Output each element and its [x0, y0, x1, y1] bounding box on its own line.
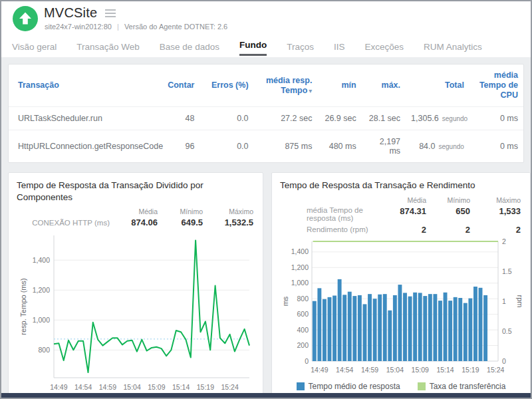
throughput-chart-card: Tempo de Resposta da Transação e Rendime… [271, 172, 531, 393]
cpu-value: 0 ms [469, 107, 523, 130]
svg-text:14:59: 14:59 [361, 366, 378, 374]
chart-legend: Tempo médio de resposta Taxa de transfer… [280, 382, 522, 391]
tab-tracos[interactable]: Traços [287, 42, 314, 56]
hamburger-menu-icon[interactable] [105, 9, 116, 17]
col-max[interactable]: máx. [362, 65, 406, 107]
svg-text:0.5: 0.5 [502, 327, 512, 334]
bar-series-swatch [297, 382, 305, 390]
svg-text:resp. Tempo (ms): resp. Tempo (ms) [19, 278, 27, 334]
stat-media: 874.06 [111, 216, 159, 229]
svg-text:0: 0 [502, 356, 506, 364]
svg-text:600: 600 [297, 310, 309, 318]
svg-text:1,000: 1,000 [33, 316, 50, 324]
svg-text:800: 800 [38, 346, 50, 354]
svg-text:15:04: 15:04 [386, 366, 404, 374]
series-label-conexao-http[interactable]: CONEXÃO HTTP (ms) [17, 217, 111, 228]
subtitle-separator: | [117, 23, 119, 31]
cpu-value: 0 ms [469, 130, 523, 163]
stat-minimo: 650 [428, 205, 471, 223]
svg-text:15:14: 15:14 [436, 366, 454, 374]
stat-header-maximo: Máximo [204, 205, 255, 216]
stat-maximo: 1,533 [471, 205, 522, 223]
svg-text:200: 200 [297, 341, 309, 349]
svg-text:15:19: 15:19 [462, 366, 479, 374]
tab-bar: Visão geral Transação Web Base de dados … [12, 39, 525, 56]
stat-minimo: 649.5 [159, 216, 204, 229]
tab-fundo[interactable]: Fundo [239, 40, 267, 56]
response-time-line-chart: 8001,0001,2001,40014:4914:5414:5915:0415… [17, 229, 255, 393]
component-response-chart-card: Tempo de Resposta da Transação Dividido … [8, 172, 263, 393]
chart-title: Tempo de Resposta da Transação e Rendime… [280, 180, 522, 192]
app-header: MVCSite site24x7-win2012:80 | Versão do … [1, 1, 531, 36]
svg-text:2: 2 [502, 237, 506, 245]
table-row[interactable]: HttpURLConnection.getResponseCode 96 0.0… [9, 130, 523, 163]
legend-item-response-time[interactable]: Tempo médio de resposta [297, 382, 400, 391]
svg-text:14:49: 14:49 [50, 383, 67, 391]
tab-rum-analytics[interactable]: RUM Analytics [424, 42, 482, 56]
table-row[interactable]: URLTaskScheduler.run 48 0.0 27.2 sec 26.… [9, 107, 523, 130]
total-unit: segundo [439, 143, 464, 150]
tab-iis[interactable]: IIS [334, 42, 345, 56]
col-total[interactable]: Total [406, 65, 469, 107]
svg-text:1.5: 1.5 [502, 267, 512, 275]
series-label-resposta[interactable]: média Tempo de resposta (ms) [280, 205, 374, 223]
tab-visao-geral[interactable]: Visão geral [12, 42, 57, 56]
col-erros[interactable]: Erros (%) [200, 65, 253, 107]
svg-text:15:24: 15:24 [487, 366, 504, 374]
svg-text:15:04: 15:04 [123, 383, 140, 391]
svg-text:15:09: 15:09 [148, 383, 165, 391]
throughput-bar-chart: 02004006008001,0001,2001,40000.511.5214:… [280, 236, 522, 377]
min-value: 480 ms [317, 130, 361, 163]
stat-maximo: 2 [471, 223, 522, 236]
svg-text:1,000: 1,000 [291, 279, 309, 287]
avg-resp-value: 27.2 sec [254, 107, 318, 130]
stat-header-media: Média [111, 205, 159, 216]
errors-value: 0.0 [200, 107, 253, 130]
svg-text:1,400: 1,400 [33, 256, 50, 264]
chart-stats: Média Mínimo Máximo CONEXÃO HTTP (ms) 87… [17, 205, 255, 229]
col-min[interactable]: mín [317, 65, 361, 107]
col-media-resp-tempo[interactable]: média resp. Tempo▾ [254, 65, 318, 107]
col-contar[interactable]: Contar [156, 65, 200, 107]
charts-row: Tempo de Resposta da Transação Dividido … [8, 172, 524, 393]
svg-text:1,200: 1,200 [291, 263, 309, 271]
stat-header-minimo: Mínimo [159, 205, 204, 216]
chart-title: Tempo de Resposta da Transação Dividido … [17, 180, 255, 203]
svg-text:ms: ms [281, 296, 289, 306]
svg-text:rpm: rpm [516, 295, 522, 307]
stat-minimo: 2 [428, 223, 471, 236]
monitor-status-up-icon [13, 6, 38, 31]
svg-text:14:49: 14:49 [311, 366, 328, 374]
transactions-table-card: Transação Contar Erros (%) média resp. T… [8, 64, 524, 163]
app-window: MVCSite site24x7-win2012:80 | Versão do … [0, 0, 532, 399]
errors-value: 0.0 [200, 130, 253, 163]
total-unit: segundo [442, 115, 467, 122]
total-value: 1,305.6segundo [406, 107, 469, 130]
bottom-status-bar [1, 393, 531, 398]
transactions-table: Transação Contar Erros (%) média resp. T… [9, 65, 523, 162]
tab-base-de-dados[interactable]: Base de dados [160, 42, 219, 56]
svg-text:800: 800 [297, 294, 309, 302]
series-label-rendimento[interactable]: Rendimento (rpm) [280, 224, 374, 235]
stat-media: 2 [374, 223, 428, 236]
total-value: 84.0segundo [406, 130, 469, 163]
page-title: MVCSite [44, 5, 97, 21]
svg-text:1: 1 [502, 297, 506, 305]
transaction-name: HttpURLConnection.getResponseCode [9, 130, 156, 163]
avg-resp-value: 875 ms [254, 130, 318, 163]
transaction-name: URLTaskScheduler.run [9, 107, 156, 130]
col-transacao[interactable]: Transação [9, 65, 156, 107]
legend-item-throughput[interactable]: Taxa de transferência [418, 382, 506, 391]
svg-text:15:24: 15:24 [221, 383, 238, 391]
svg-text:15:19: 15:19 [197, 383, 214, 391]
svg-text:14:54: 14:54 [74, 383, 92, 391]
svg-text:400: 400 [297, 325, 309, 333]
tab-excecoes[interactable]: Exceções [364, 42, 404, 56]
tab-transacao-web[interactable]: Transação Web [76, 42, 140, 56]
sort-desc-icon: ▾ [309, 87, 312, 94]
stat-header-maximo: Máximo [471, 194, 522, 205]
col-media-tempo-cpu[interactable]: média Tempo de CPU [469, 65, 523, 107]
stat-header-media: Média [374, 194, 428, 205]
count-value: 48 [156, 107, 200, 130]
max-value: 2,197 ms [362, 130, 406, 163]
